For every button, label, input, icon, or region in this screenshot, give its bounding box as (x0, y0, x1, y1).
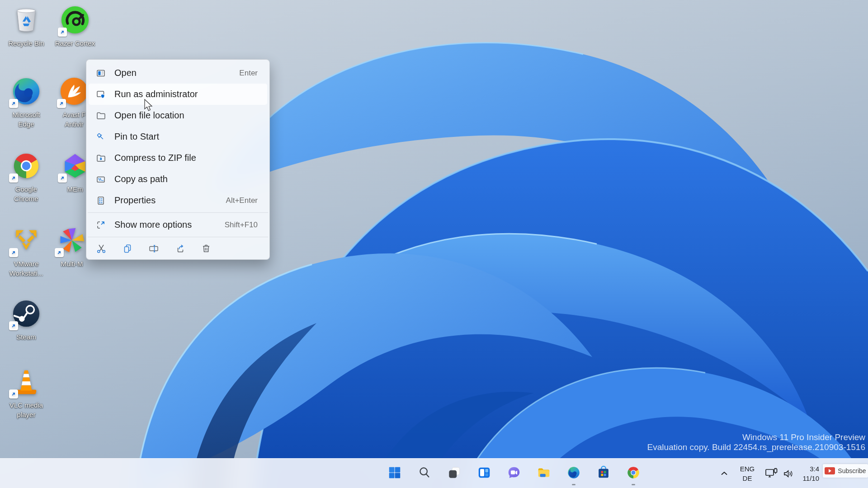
share-icon[interactable] (175, 243, 185, 254)
search-button[interactable] (414, 460, 435, 487)
menu-divider (88, 237, 268, 237)
compress-zip-icon (96, 153, 106, 163)
network-tray-button[interactable] (765, 468, 778, 481)
run-as-administrator-icon (96, 89, 106, 99)
menu-item-compress-zip[interactable]: Compress to ZIP file (89, 147, 267, 169)
menu-item-properties[interactable]: Properties Alt+Enter (89, 190, 267, 211)
desktop-icon-label: Microsoft Edge (1, 110, 52, 129)
menu-item-label: Show more options (114, 220, 225, 230)
desktop-icon-label: Razer Cortex (50, 38, 100, 48)
task-view-button[interactable] (444, 460, 465, 487)
context-menu: Open Enter Run as administrator Open fil… (86, 59, 270, 260)
desktop: Recycle Bin Razer Cortex (0, 0, 868, 488)
watermark-line1: Windows 11 Pro Insider Preview (647, 432, 865, 442)
desktop-icon-label: VMware Workstati... (1, 259, 52, 278)
shortcut-arrow-icon (55, 248, 64, 257)
windows-start-icon (387, 465, 402, 482)
running-indicator (632, 484, 635, 485)
desktop-icon-label: VLC media player (1, 400, 52, 419)
taskbar: ENG DE 3:4 11/10 Subscribe (0, 458, 868, 488)
running-indicator (572, 484, 576, 485)
menu-item-copy-as-path[interactable]: Copy as path (89, 169, 267, 190)
taskbar-buttons (384, 459, 644, 488)
desktop-icon-vlc[interactable]: VLC media player (1, 366, 52, 419)
menu-item-open-file-location[interactable]: Open file location (89, 105, 267, 126)
chrome-taskbar-button[interactable] (623, 460, 644, 487)
search-icon (417, 465, 432, 482)
clock[interactable]: 3:4 11/10 (793, 464, 819, 483)
evaluation-watermark: Windows 11 Pro Insider Preview Evaluatio… (647, 432, 865, 452)
open-icon (96, 68, 106, 78)
chat-icon (507, 465, 521, 482)
youtube-play-icon (825, 467, 835, 474)
task-view-icon (447, 465, 462, 482)
language-line1: ENG (736, 464, 759, 474)
menu-divider (88, 212, 268, 213)
desktop-icon-vmware-workstation[interactable]: VMware Workstati... (1, 224, 52, 278)
shortcut-arrow-icon (57, 99, 66, 108)
desktop-icon-microsoft-edge[interactable]: Microsoft Edge (1, 75, 52, 129)
shortcut-arrow-icon (9, 174, 18, 183)
shortcut-arrow-icon (58, 28, 67, 37)
chrome-icon (626, 465, 641, 482)
menu-item-label: Open (114, 68, 239, 78)
properties-icon (96, 196, 106, 206)
mouse-cursor (144, 99, 156, 114)
rename-icon[interactable] (148, 243, 159, 254)
subscribe-label: Subscribe (838, 467, 866, 474)
steam-icon (1, 297, 52, 330)
menu-item-label: Open file location (114, 110, 258, 121)
menu-item-label: Properties (114, 195, 226, 206)
microsoft-store-icon (596, 465, 611, 482)
menu-action-row (86, 239, 269, 258)
copy-icon[interactable] (122, 243, 133, 254)
network-display-icon (765, 473, 778, 481)
edge-icon (1, 75, 52, 108)
subscribe-overlay: Subscribe (823, 464, 868, 478)
file-explorer-button[interactable] (533, 460, 554, 487)
menu-item-shortcut: Shift+F10 (225, 221, 258, 230)
shortcut-arrow-icon (9, 248, 18, 257)
widgets-button[interactable] (474, 460, 495, 487)
clock-date: 11/10 (793, 474, 819, 483)
copy-as-path-icon (96, 174, 106, 184)
menu-item-open[interactable]: Open Enter (89, 62, 267, 84)
menu-item-run-as-administrator[interactable]: Run as administrator (89, 84, 267, 105)
language-line2: DE (736, 474, 759, 483)
edge-icon (566, 465, 581, 482)
language-indicator[interactable]: ENG DE (736, 464, 759, 483)
desktop-icon-label: Google Chrome (1, 184, 52, 203)
watermark-line2: Evaluation copy. Build 22454.rs_prerelea… (647, 442, 865, 452)
delete-icon[interactable] (201, 243, 212, 254)
desktop-icon-label: Multi-M (47, 259, 97, 268)
razer-cortex-icon (50, 4, 100, 36)
chrome-icon (1, 150, 52, 182)
start-button[interactable] (384, 460, 405, 487)
chat-button[interactable] (504, 460, 524, 487)
widgets-icon (477, 465, 491, 482)
cut-icon[interactable] (96, 243, 107, 254)
shortcut-arrow-icon (9, 321, 18, 330)
tray-show-hidden-icons-button[interactable] (717, 459, 732, 488)
menu-item-label: Pin to Start (114, 131, 258, 142)
desktop-icon-razer-cortex[interactable]: Razer Cortex (50, 4, 100, 48)
desktop-icon-label: Recycle Bin (1, 38, 52, 48)
show-more-options-icon (96, 220, 106, 230)
menu-item-show-more-options[interactable]: Show more options Shift+F10 (89, 214, 267, 235)
desktop-icon-label: Steam (1, 332, 52, 342)
menu-item-shortcut: Alt+Enter (226, 196, 258, 205)
shortcut-arrow-icon (9, 389, 18, 399)
menu-item-label: Compress to ZIP file (114, 153, 258, 163)
pin-to-start-icon (96, 132, 106, 142)
desktop-icon-steam[interactable]: Steam (1, 297, 52, 342)
file-explorer-icon (537, 465, 551, 482)
shortcut-arrow-icon (58, 174, 67, 183)
microsoft-store-button[interactable] (593, 460, 614, 487)
shortcut-arrow-icon (9, 99, 18, 108)
edge-taskbar-button[interactable] (563, 460, 584, 487)
desktop-icon-recycle-bin[interactable]: Recycle Bin (1, 4, 52, 48)
clock-time: 3:4 (793, 464, 819, 474)
menu-item-pin-to-start[interactable]: Pin to Start (89, 126, 267, 147)
desktop-icon-google-chrome[interactable]: Google Chrome (1, 150, 52, 203)
menu-item-label: Run as administrator (114, 89, 258, 99)
